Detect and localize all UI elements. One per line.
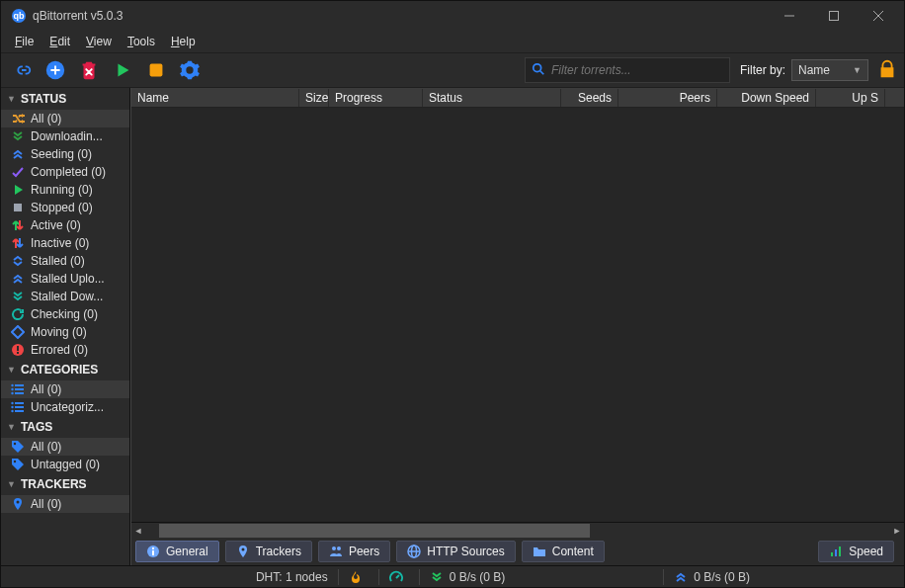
svg-rect-30 xyxy=(152,550,154,555)
menu-edit[interactable]: Edit xyxy=(41,33,78,50)
list-icon xyxy=(11,400,25,414)
column-header[interactable]: Up S xyxy=(816,89,885,107)
filter-by-select[interactable]: Name ▼ xyxy=(791,59,868,81)
sidebar-item[interactable]: Errored (0) xyxy=(1,341,129,359)
status-firewall[interactable] xyxy=(349,570,369,584)
status-download-speed[interactable]: 0 B/s (0 B) xyxy=(430,570,506,584)
sidebar-item[interactable]: Untagged (0) xyxy=(1,456,129,473)
sidebar-item[interactable]: Stalled Dow... xyxy=(1,288,129,305)
sidebar-item[interactable]: Stalled Uplo... xyxy=(1,270,129,288)
menu-tools[interactable]: Tools xyxy=(120,33,163,50)
sidebar-item[interactable]: All (0) xyxy=(1,438,129,456)
square-icon xyxy=(11,201,25,214)
status-dht[interactable]: DHT: 1 nodes xyxy=(256,570,328,584)
sidebar-item[interactable]: Stalled (0) xyxy=(1,252,129,270)
svg-point-28 xyxy=(17,501,20,504)
sidebar-item[interactable]: All (0) xyxy=(1,495,129,513)
horizontal-scrollbar[interactable]: ◄ ► xyxy=(131,522,904,538)
column-header[interactable]: Size xyxy=(299,89,329,107)
sidebar-item[interactable]: Completed (0) xyxy=(1,163,129,181)
sidebar-item[interactable]: Checking (0) xyxy=(1,305,129,323)
sidebar-item[interactable]: Moving (0) xyxy=(1,323,129,341)
sidebar-item-label: Completed (0) xyxy=(31,165,123,179)
scroll-thumb[interactable] xyxy=(159,524,590,538)
sidebar-item[interactable]: All (0) xyxy=(1,110,129,127)
status-upload-speed[interactable]: 0 B/s (0 B) xyxy=(674,570,750,584)
column-header[interactable]: Name xyxy=(131,89,299,107)
tab-content[interactable]: Content xyxy=(522,541,605,562)
menu-help[interactable]: Help xyxy=(163,33,204,50)
detail-tabs: GeneralTrackersPeersHTTP SourcesContentS… xyxy=(131,538,904,565)
menubar: FileEditViewToolsHelp xyxy=(1,31,904,52)
play-icon xyxy=(11,183,25,197)
scroll-right-arrow[interactable]: ► xyxy=(890,524,904,538)
sidebar-section-trackers[interactable]: ▼TRACKERS xyxy=(1,473,129,495)
table-body[interactable] xyxy=(131,108,904,522)
column-header[interactable]: Down Speed xyxy=(717,89,816,107)
settings-button[interactable] xyxy=(175,55,205,85)
column-header[interactable]: Progress xyxy=(329,89,423,107)
pause-button[interactable] xyxy=(141,55,171,85)
maximize-button[interactable] xyxy=(811,1,856,31)
status-alt-speed[interactable] xyxy=(389,570,409,584)
sidebar-section-categories[interactable]: ▼CATEGORIES xyxy=(1,359,129,380)
sidebar-item[interactable]: Uncategoriz... xyxy=(1,398,129,416)
tab-label: Peers xyxy=(349,545,379,558)
sidebar-item[interactable]: Inactive (0) xyxy=(1,234,129,252)
search-input[interactable] xyxy=(551,63,723,77)
sidebar-item[interactable]: Downloadin... xyxy=(1,127,129,145)
filter-by-label: Filter by: xyxy=(740,63,785,77)
pin-icon xyxy=(11,497,25,511)
delete-button[interactable] xyxy=(74,55,104,85)
bars-icon xyxy=(829,545,843,558)
sidebar-item-label: Stalled Dow... xyxy=(31,290,123,303)
menu-file[interactable]: File xyxy=(7,33,41,50)
svg-point-19 xyxy=(11,392,13,394)
tab-label: Speed xyxy=(849,545,883,558)
updown-icon xyxy=(11,218,25,232)
tab-trackers[interactable]: Trackers xyxy=(225,541,312,562)
down-stack-icon xyxy=(11,290,25,303)
sidebar-item-label: All (0) xyxy=(31,497,123,511)
tab-general[interactable]: General xyxy=(135,541,219,562)
column-header[interactable]: Status xyxy=(423,89,561,107)
add-link-button[interactable] xyxy=(7,55,37,85)
updown-icon xyxy=(11,236,25,250)
minimize-button[interactable] xyxy=(767,1,811,31)
titlebar: qb qBittorrent v5.0.3 xyxy=(1,1,904,31)
flame-icon xyxy=(349,570,363,584)
sidebar-item[interactable]: Stopped (0) xyxy=(1,199,129,216)
close-button[interactable] xyxy=(856,1,900,31)
start-button[interactable] xyxy=(108,55,137,85)
add-torrent-button[interactable] xyxy=(41,55,70,85)
sidebar-item[interactable]: Seeding (0) xyxy=(1,145,129,163)
sidebar-item[interactable]: All (0) xyxy=(1,380,129,398)
shuffle-icon xyxy=(11,112,25,126)
column-header[interactable]: Seeds xyxy=(561,89,618,107)
scroll-left-arrow[interactable]: ◄ xyxy=(131,524,145,538)
sidebar-item-label: All (0) xyxy=(31,440,123,454)
http-icon xyxy=(407,545,421,558)
sidebar-section-status[interactable]: ▼STATUS xyxy=(1,88,129,110)
toolbar: Filter by: Name ▼ xyxy=(1,52,904,88)
collapse-icon: ▼ xyxy=(7,94,16,104)
column-header[interactable]: Peers xyxy=(618,89,717,107)
tab-label: General xyxy=(166,545,208,558)
svg-point-32 xyxy=(241,548,244,551)
tab-peers[interactable]: Peers xyxy=(318,541,390,562)
menu-view[interactable]: View xyxy=(78,33,120,50)
app-icon: qb xyxy=(11,8,27,24)
search-box[interactable] xyxy=(525,57,730,83)
lock-button[interactable] xyxy=(876,58,898,83)
svg-point-8 xyxy=(534,63,541,71)
tab-speed[interactable]: Speed xyxy=(818,541,894,562)
sidebar-item[interactable]: Running (0) xyxy=(1,181,129,199)
svg-point-25 xyxy=(11,410,13,412)
sidebar-item-label: Downloadin... xyxy=(31,129,123,143)
sidebar-section-tags[interactable]: ▼TAGS xyxy=(1,416,129,438)
sidebar-item-label: Untagged (0) xyxy=(31,458,123,471)
alert-icon xyxy=(11,343,25,357)
sidebar-item[interactable]: Active (0) xyxy=(1,216,129,234)
sidebar-item-label: All (0) xyxy=(31,382,123,396)
tab-http-sources[interactable]: HTTP Sources xyxy=(396,541,515,562)
